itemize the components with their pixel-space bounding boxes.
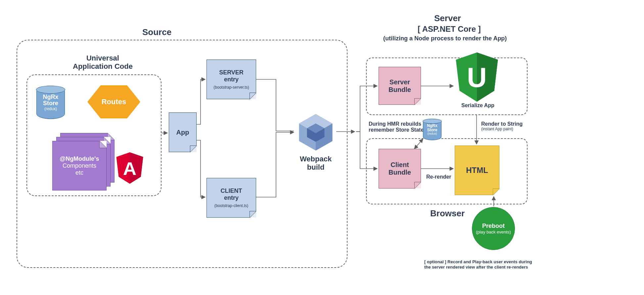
preboot-l1: Preboot <box>482 223 505 230</box>
module-l2: Components <box>63 162 96 169</box>
webpack-l1: Webpack <box>300 155 332 163</box>
client-entry-l2: entry <box>224 194 239 201</box>
footnote-l2: the server rendered view after the clien… <box>424 265 532 270</box>
ngrx-small-l3: (redux) <box>427 132 437 136</box>
browser-title: Browser <box>430 208 465 219</box>
uac-title: Universal Application Code <box>73 54 133 71</box>
webpack-icon <box>296 112 336 152</box>
routes-label: Routes <box>102 98 126 106</box>
ngrx-store-small-icon: NgRx Store (redux) <box>423 119 441 140</box>
client-bundle-doc: Client Bundle <box>379 149 421 189</box>
footnote-l1: [ optional ] Record and Play-back user e… <box>424 259 532 265</box>
svg-text:U: U <box>467 62 487 93</box>
render-l2: (instant App paint) <box>481 127 523 131</box>
server-bundle-doc: Server Bundle <box>379 67 421 105</box>
client-bundle-l1: Client <box>391 161 409 169</box>
html-label: HTML <box>466 166 488 175</box>
ngrx-l1: NgRx <box>43 94 58 101</box>
server-entry-l2: entry <box>224 76 239 83</box>
render-label: Render to String (instant App paint) <box>481 121 523 131</box>
hmr-l1: During HMR rebuilds <box>369 121 424 127</box>
universal-icon: U <box>454 52 500 102</box>
ngrx-l2: Store <box>43 100 58 107</box>
angular-icon: A <box>115 152 144 184</box>
uac-title-line1: Universal <box>73 54 133 62</box>
html-doc: HTML <box>455 146 499 195</box>
server-entry-doc: SERVER entry (bootstrap-server.ts) <box>207 60 256 99</box>
svg-text:A: A <box>123 158 137 179</box>
client-entry-doc: CLIENT entry (bootstrap-client.ts) <box>207 178 256 218</box>
uac-title-line2: Application Code <box>73 62 133 70</box>
ngrx-store-icon: NgRx Store (redux) <box>36 86 65 119</box>
app-label: App <box>176 129 189 136</box>
ngrx-l3: (redux) <box>43 107 58 111</box>
webpack-l2: build <box>300 163 332 171</box>
client-entry-file: (bootstrap-client.ts) <box>214 203 249 208</box>
server-subtitle: [ ASP.NET Core ] <box>418 24 481 34</box>
server-entry-file: (bootstrap-server.ts) <box>213 85 249 90</box>
server-entry-l1: SERVER <box>219 69 244 76</box>
server-title: Server <box>434 13 461 23</box>
server-note: (utilizing a Node process to render the … <box>383 35 507 42</box>
source-title: Source <box>142 27 171 37</box>
hmr-note: During HMR rebuilds remember Store State <box>369 121 424 133</box>
serialize-label: Serialize App <box>461 103 494 108</box>
client-entry-l1: CLIENT <box>221 188 242 194</box>
server-bundle-l1: Server <box>390 78 410 86</box>
client-bundle-l2: Bundle <box>389 169 411 176</box>
preboot-l2: (play back events) <box>476 230 511 234</box>
module-l3: etc <box>75 169 83 176</box>
render-l1: Render to String <box>481 121 523 127</box>
hmr-l2: remember Store State <box>369 127 424 133</box>
module-l1: @NgModule's <box>60 155 99 162</box>
preboot-circle: Preboot (play back events) <box>472 207 515 250</box>
preboot-footnote: [ optional ] Record and Play-back user e… <box>424 259 532 270</box>
server-bundle-l2: Bundle <box>389 86 411 94</box>
webpack-label: Webpack build <box>300 155 332 172</box>
app-doc: App <box>169 112 197 152</box>
rerender-label: Re-render <box>426 174 451 180</box>
